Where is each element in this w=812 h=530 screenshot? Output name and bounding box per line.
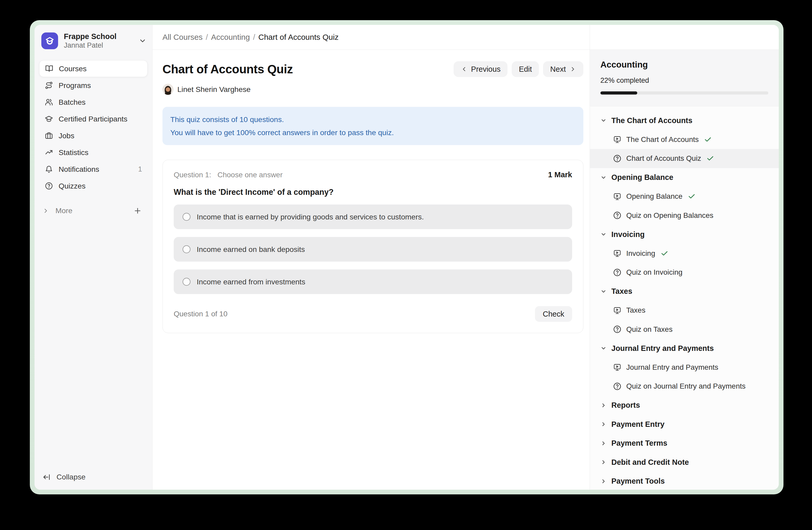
previous-button[interactable]: Previous <box>454 61 508 77</box>
question-card: Question 1: Choose one answer 1 Mark Wha… <box>162 160 583 333</box>
outline-item-quiz-on-invoicing[interactable]: Quiz on Invoicing <box>590 263 779 282</box>
outline-section-payment-terms[interactable]: Payment Terms <box>590 434 779 453</box>
course-progress-bar <box>600 92 768 95</box>
breadcrumb-accounting[interactable]: Accounting <box>211 33 250 42</box>
main-content: All Courses / Accounting / Chart of Acco… <box>153 25 590 490</box>
sidebar-more-toggle[interactable]: More <box>42 206 72 215</box>
answer-option-label: Income earned on bank deposits <box>197 245 305 254</box>
check-button[interactable]: Check <box>535 306 572 322</box>
outline-item-journal-entry-and-payments-video[interactable]: Journal Entry and Payments <box>590 358 779 377</box>
sidebar-item-notifications[interactable]: Notifications 1 <box>39 161 147 178</box>
next-button[interactable]: Next <box>543 61 583 77</box>
outline-item-quiz-on-journal-entry-and-payments[interactable]: Quiz on Journal Entry and Payments <box>590 377 779 396</box>
briefcase-icon <box>45 131 53 140</box>
outline-section-the-chart-of-accounts[interactable]: The Chart of Accounts <box>590 111 779 130</box>
chevron-left-icon <box>461 66 467 72</box>
sidebar-item-label: Statistics <box>59 148 88 157</box>
question-instruction: Choose one answer <box>217 171 282 179</box>
sidebar-item-programs[interactable]: Programs <box>39 77 147 94</box>
chevron-right-icon <box>42 207 49 214</box>
edit-button[interactable]: Edit <box>512 61 539 77</box>
sidebar-menu: Courses Programs Batches Certified Parti… <box>34 60 152 194</box>
outline-section-opening-balance[interactable]: Opening Balance <box>590 168 779 187</box>
check-icon <box>661 250 668 257</box>
chevron-down-icon <box>600 175 607 181</box>
outline-section-debit-and-credit-note[interactable]: Debit and Credit Note <box>590 453 779 472</box>
chevron-down-icon <box>600 117 607 124</box>
outline-item-the-chart-of-accounts-video[interactable]: The Chart of Accounts <box>590 130 779 149</box>
left-sidebar: Frappe School Jannat Patel Courses Progr… <box>34 25 153 490</box>
answer-option-1[interactable]: Income that is earned by providing goods… <box>174 205 572 229</box>
more-label: More <box>56 206 72 215</box>
outline-tree: The Chart of Accounts The Chart of Accou… <box>590 106 779 490</box>
author-name: Linet Sherin Varghese <box>177 85 251 94</box>
outline-item-invoicing-video[interactable]: Invoicing <box>590 244 779 263</box>
author-row: Linet Sherin Varghese <box>162 84 583 95</box>
breadcrumb: All Courses / Accounting / Chart of Acco… <box>153 25 590 50</box>
sidebar-item-label: Notifications <box>59 165 99 173</box>
app-window-frame: Frappe School Jannat Patel Courses Progr… <box>30 20 783 494</box>
frappe-school-logo-icon <box>41 32 58 49</box>
outline-item-quiz-on-taxes[interactable]: Quiz on Taxes <box>590 320 779 339</box>
outline-section-payment-tools[interactable]: Payment Tools <box>590 472 779 490</box>
sidebar-item-label: Programs <box>59 81 91 90</box>
sidebar-item-certified-participants[interactable]: Certified Participants <box>39 111 147 127</box>
bell-icon <box>45 165 53 173</box>
check-icon <box>688 193 696 200</box>
sidebar-item-quizzes[interactable]: Quizzes <box>39 178 147 194</box>
breadcrumb-current: Chart of Accounts Quiz <box>259 33 339 42</box>
breadcrumb-separator: / <box>253 33 255 42</box>
outline-item-opening-balance-video[interactable]: Opening Balance <box>590 187 779 206</box>
sidebar-more-row: More <box>34 206 152 215</box>
help-circle-icon <box>613 211 622 220</box>
question-number-label: Question 1: <box>174 171 211 179</box>
sidebar-collapse-button[interactable]: Collapse <box>34 473 152 481</box>
workspace-switcher[interactable]: Frappe School Jannat Patel <box>34 25 152 50</box>
collapse-sidebar-icon <box>42 473 51 481</box>
answer-option-2[interactable]: Income earned on bank deposits <box>174 237 572 262</box>
radio-button[interactable] <box>183 245 190 253</box>
monitor-play-icon <box>613 306 622 315</box>
outline-item-quiz-on-opening-balances[interactable]: Quiz on Opening Balances <box>590 206 779 225</box>
book-open-icon <box>45 65 53 73</box>
outline-header: Accounting 22% completed <box>590 50 779 106</box>
sidebar-item-statistics[interactable]: Statistics <box>39 144 147 161</box>
sidebar-item-jobs[interactable]: Jobs <box>39 127 147 144</box>
graduation-cap-icon <box>45 115 53 123</box>
outline-top-spacer <box>590 25 779 50</box>
chevron-down-icon <box>600 231 607 237</box>
outline-section-payment-entry[interactable]: Payment Entry <box>590 415 779 434</box>
chevron-right-icon <box>600 421 607 427</box>
question-marks: 1 Mark <box>548 170 572 179</box>
chevron-down-icon <box>600 345 607 351</box>
radio-button[interactable] <box>183 213 190 221</box>
chevron-right-icon <box>600 402 607 408</box>
radio-button[interactable] <box>183 278 190 286</box>
check-icon <box>704 136 712 143</box>
workspace-title: Frappe School <box>64 32 116 41</box>
sidebar-item-label: Batches <box>59 98 86 107</box>
outline-section-invoicing[interactable]: Invoicing <box>590 225 779 244</box>
sidebar-item-batches[interactable]: Batches <box>39 94 147 111</box>
notice-line-2: You will have to get 100% correct answer… <box>170 126 576 139</box>
chevron-right-icon <box>600 440 607 446</box>
chevron-down-icon <box>600 288 607 295</box>
outline-item-chart-of-accounts-quiz[interactable]: Chart of Accounts Quiz <box>590 149 779 168</box>
question-pagination: Question 1 of 10 <box>174 310 227 318</box>
question-text: What is the 'Direct Income' of a company… <box>174 187 572 197</box>
outline-section-taxes[interactable]: Taxes <box>590 282 779 301</box>
course-outline-sidebar: Accounting 22% completed The Chart of Ac… <box>590 25 779 490</box>
monitor-play-icon <box>613 135 622 144</box>
help-circle-icon <box>613 154 622 163</box>
breadcrumb-all-courses[interactable]: All Courses <box>162 33 202 42</box>
outline-section-journal-entry-and-payments[interactable]: Journal Entry and Payments <box>590 339 779 358</box>
plus-icon[interactable] <box>133 207 142 215</box>
course-progress-text: 22% completed <box>600 76 768 85</box>
answer-option-3[interactable]: Income earned from investments <box>174 269 572 294</box>
outline-section-reports[interactable]: Reports <box>590 396 779 415</box>
quiz-notice: This quiz consists of 10 questions. You … <box>162 107 583 145</box>
outline-item-taxes-video[interactable]: Taxes <box>590 301 779 320</box>
chevron-right-icon <box>600 459 607 465</box>
sidebar-item-courses[interactable]: Courses <box>39 60 147 77</box>
notice-line-1: This quiz consists of 10 questions. <box>170 113 576 126</box>
